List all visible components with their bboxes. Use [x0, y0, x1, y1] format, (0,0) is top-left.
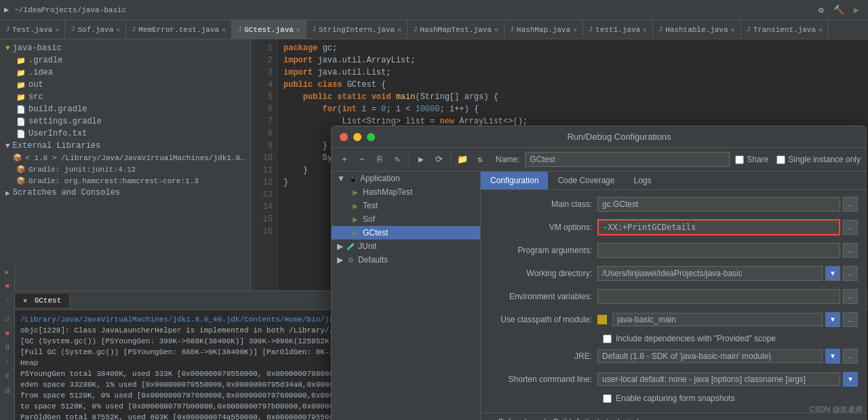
tab-close-icon[interactable]: ✕ — [494, 26, 498, 34]
shorten-dropdown-button[interactable]: ▼ — [843, 372, 858, 387]
tab-code-coverage[interactable]: Code Coverage — [548, 172, 624, 189]
single-instance-checkbox[interactable] — [776, 155, 785, 164]
jre-select[interactable]: Default (1.8 - SDK of 'java-basic-main' … — [597, 349, 823, 363]
module-icon — [597, 315, 607, 324]
config-item-junit[interactable]: ▶ 🧪 JUnit — [332, 240, 480, 253]
classpath-dropdown-button[interactable]: ▼ — [825, 312, 840, 327]
jre-dropdown-button[interactable]: ▼ — [825, 349, 840, 364]
program-args-value: … — [597, 243, 858, 258]
tree-item-src[interactable]: 📁 src — [0, 91, 250, 103]
env-vars-input[interactable] — [597, 289, 840, 304]
stop-icon[interactable]: ■ — [1, 327, 14, 339]
maximize-button[interactable] — [367, 133, 375, 141]
tree-item-out[interactable]: 📁 out — [0, 79, 250, 91]
main-class-browse-button[interactable]: … — [843, 197, 858, 212]
program-args-browse-button[interactable]: … — [843, 243, 858, 258]
tree-item-project[interactable]: ▼ java-basic — [0, 42, 250, 54]
tree-item-scratches[interactable]: ▶ Scratches and Consoles — [0, 187, 250, 199]
rerun-icon[interactable]: ↺ — [1, 313, 14, 325]
run-tool-icon[interactable]: ▶ — [1, 266, 14, 278]
copy-config-button[interactable]: ⎘ — [372, 152, 387, 167]
config-item-test[interactable]: ▶ Test — [332, 199, 480, 212]
bottom-tab-gctest[interactable]: ✕ GCtest — [15, 294, 70, 307]
pause-icon[interactable]: ⏸ — [1, 341, 14, 354]
tab-close-icon[interactable]: ✕ — [818, 26, 823, 34]
main-class-input[interactable] — [597, 197, 840, 212]
working-dir-edit-button[interactable]: … — [843, 266, 858, 281]
tab-close-icon[interactable]: ✕ — [397, 26, 401, 34]
include-deps-checkbox[interactable] — [603, 335, 612, 343]
tab-hashtable-java[interactable]: J Hashtable.java ✕ — [653, 20, 741, 39]
program-args-input[interactable] — [597, 243, 840, 258]
tab-hashmap-java[interactable]: J HashMap.java ✕ — [505, 20, 583, 39]
build-icon[interactable]: 🔨 — [831, 3, 846, 18]
settings-icon[interactable]: ⚙ — [814, 3, 829, 18]
add-config-button[interactable]: + — [337, 152, 352, 167]
tree-item-gradle[interactable]: 📁 .gradle — [0, 54, 250, 66]
tab-close-icon[interactable]: ✕ — [116, 26, 120, 34]
tree-item-userinfo[interactable]: 📄 UserInfo.txt — [0, 128, 250, 140]
tab-close-icon[interactable]: ✕ — [296, 26, 300, 34]
minimize-button[interactable] — [353, 133, 361, 141]
close-button[interactable] — [340, 133, 348, 141]
env-vars-browse-button[interactable]: … — [843, 289, 858, 304]
tab-stringintern-java[interactable]: J StringIntern.java ✕ — [307, 20, 408, 39]
tab-close-icon[interactable]: ✕ — [731, 26, 735, 34]
config-item-hashmaptest[interactable]: ▶ HashMapTest — [332, 185, 480, 199]
jre-edit-button[interactable]: … — [843, 349, 858, 364]
tab-close-icon[interactable]: ✕ — [222, 26, 226, 34]
tree-item-settings-gradle[interactable]: 📄 settings.gradle — [0, 115, 250, 128]
vm-options-input[interactable] — [597, 219, 840, 235]
share-checkbox-label[interactable]: Share — [735, 155, 768, 164]
tab-hashmaptest-java[interactable]: J HashMapTest.java ✕ — [408, 20, 505, 39]
run-config-button[interactable]: ▶ — [414, 152, 429, 167]
tab-gctest-java[interactable]: J GCtest.java ✕ — [232, 20, 307, 39]
tree-item-build-gradle[interactable]: 📄 build.gradle — [0, 103, 250, 115]
tab-test1-java[interactable]: J test1.java ✕ — [583, 20, 653, 39]
tree-item-external-libs[interactable]: ▼ External Libraries — [0, 140, 250, 152]
vm-options-browse-button[interactable]: … — [843, 220, 858, 235]
classpath-select[interactable]: java-basic_main — [612, 313, 823, 326]
tab-memerror-java[interactable]: J MemError.test.java ✕ — [126, 20, 232, 39]
include-deps-row[interactable]: Include dependencies with "Provided" sco… — [603, 334, 858, 343]
before-launch-header: ▼ Before launch: Build, Activate tool wi… — [489, 417, 858, 420]
clear-console-icon[interactable]: ⊗ — [1, 370, 14, 382]
tab-transient-java[interactable]: J Transient.java ✕ — [741, 20, 829, 39]
tree-item-junit[interactable]: 📦 Gradle: junit:junit:4.12 — [0, 164, 250, 175]
shorten-select[interactable]: user-local default: none - java [options… — [597, 373, 840, 386]
tab-logs[interactable]: Logs — [624, 172, 660, 189]
refresh-config-button[interactable]: ⟳ — [431, 152, 446, 167]
tab-test-java[interactable]: J Test.java ✕ — [0, 20, 65, 39]
folder-config-button[interactable]: 📁 — [455, 152, 470, 167]
scroll-end-icon[interactable]: ↓ — [1, 356, 14, 368]
enable-snapshots-row[interactable]: Enable capturing form snapshots — [603, 394, 858, 403]
tab-configuration[interactable]: Configuration — [481, 172, 548, 189]
config-item-gctest[interactable]: ▶ GCtest — [332, 226, 480, 240]
config-name-input[interactable] — [525, 152, 730, 167]
config-item-application[interactable]: ▼ 📱 Application — [332, 172, 480, 185]
tab-close-icon[interactable]: ✕ — [55, 26, 59, 34]
enable-snapshots-checkbox[interactable] — [603, 394, 612, 403]
tab-close-icon[interactable]: ✕ — [643, 26, 647, 34]
scroll-icon[interactable]: ⇩ — [1, 294, 14, 307]
tree-item-hamcrest[interactable]: 📦 Gradle: org.hamcrest:hamcrest-core:1.3 — [0, 175, 250, 187]
tab-sof-java[interactable]: J Sof.java ✕ — [65, 20, 126, 39]
config-item-defaults[interactable]: ▶ ⚙ Defaults — [332, 253, 480, 267]
remove-config-button[interactable]: − — [355, 152, 370, 167]
single-instance-label[interactable]: Single instance only — [776, 155, 861, 164]
stop-tool-icon[interactable]: ■ — [1, 280, 14, 292]
sort-config-button[interactable]: ⇅ — [473, 152, 488, 167]
tab-close-icon[interactable]: ✕ — [573, 26, 577, 34]
edit-config-button[interactable]: ✎ — [390, 152, 405, 167]
tree-item-jdk[interactable]: 📦 < 1.8 > /Library/Java/JavaVirtualMachi… — [0, 152, 250, 164]
close-icon[interactable]: ✕ — [23, 297, 27, 305]
print-icon[interactable]: 🖨 — [1, 384, 14, 396]
tree-item-idea[interactable]: 📁 .idea — [0, 66, 250, 79]
config-item-sof[interactable]: ▶ Sof — [332, 212, 480, 226]
working-dir-input[interactable] — [597, 266, 823, 281]
dialog-title: Run/Debug Configurations — [380, 132, 858, 142]
classpath-edit-button[interactable]: … — [843, 312, 858, 327]
run-icon[interactable]: ▶ — [849, 3, 864, 18]
working-dir-browse-button[interactable]: ▼ — [825, 266, 840, 281]
share-checkbox[interactable] — [735, 155, 744, 164]
